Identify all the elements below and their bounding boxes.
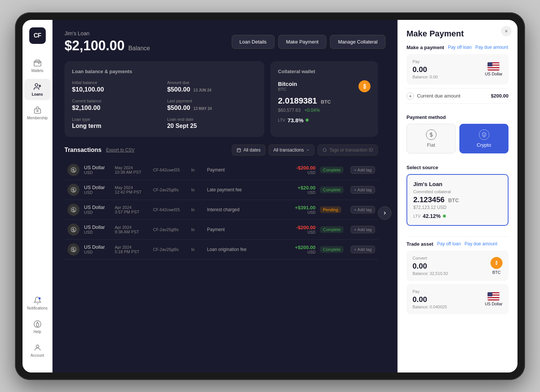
convert-label: Convert xyxy=(412,256,448,260)
fiat-label: Fiat xyxy=(427,142,435,148)
collateral-card-title: Collateral wallet xyxy=(278,69,370,74)
collateral-usd-row: $60,577.63 +0.04% xyxy=(278,107,370,113)
svg-point-4 xyxy=(38,297,40,299)
tx-description: Late payment fee xyxy=(207,187,281,192)
current-balance-value: $2,100.00 xyxy=(72,104,162,112)
notifications-icon xyxy=(33,296,42,305)
crypto-method-btn[interactable]: Crypto xyxy=(459,124,508,153)
collapse-btn[interactable] xyxy=(378,206,392,220)
btc-badge-icon: ₿ xyxy=(490,257,502,269)
pay-box: Pay 0.00 Balance: 0.00 US Dollar xyxy=(406,54,508,84)
due-amount-value: $200.00 xyxy=(491,93,508,99)
tx-description: Payment xyxy=(207,227,281,232)
pay-bottom-balance: Balance: 0.040025 xyxy=(412,305,447,309)
us-flag-bottom-canton xyxy=(488,292,492,297)
type-filter-btn[interactable]: All transactions xyxy=(268,144,315,156)
pay-due-amount-link-1[interactable]: Pay due amount xyxy=(476,45,508,50)
add-tag-btn[interactable]: + Add tag xyxy=(351,186,375,194)
manage-collateral-button[interactable]: Manage Collateral xyxy=(330,35,386,49)
tx-export-btn[interactable]: Export to CSV xyxy=(106,147,135,153)
add-tag-btn[interactable]: + Add tag xyxy=(351,246,375,253)
pay-due-amount-link-2[interactable]: Pay due amount xyxy=(465,241,497,246)
collateral-btc-amount: 2.0189381 BTC xyxy=(278,96,370,106)
pay-bottom-section: Pay 0.00 Balance: 0.040025 xyxy=(412,289,447,309)
fiat-method-btn[interactable]: Fiat xyxy=(406,124,456,153)
pay-off-loan-link-2[interactable]: Pay off loan xyxy=(437,241,461,246)
sidebar-item-notifications[interactable]: Notifications xyxy=(24,293,51,314)
date-filter-btn[interactable]: All dates xyxy=(232,144,266,156)
add-tag-btn[interactable]: + Add tag xyxy=(351,206,375,213)
tx-status: Complete xyxy=(320,186,346,193)
tx-description: Loan origination fee xyxy=(207,247,281,252)
currency-name: US Dollar xyxy=(485,72,502,76)
tx-id: CF-642cwef25 xyxy=(153,207,187,212)
usd-bottom-label: US Dollar xyxy=(485,302,502,306)
tx-filters: All dates All transactions xyxy=(232,144,378,156)
dollar-circle-icon xyxy=(70,246,76,252)
tx-amount: +$20.00 USD xyxy=(285,185,315,195)
make-payment-button[interactable]: Make Payment xyxy=(278,35,327,49)
membership-icon xyxy=(33,106,42,114)
payment-method-section: Payment method Fiat xyxy=(398,114,518,165)
tx-status: Complete xyxy=(320,226,346,233)
btc-coin-icon: ₿ xyxy=(358,80,370,92)
select-source-section: Select source Jim's Loan Committed colla… xyxy=(398,165,518,236)
tx-currency-icon xyxy=(68,243,80,255)
btc-badge-label: BTC xyxy=(492,270,501,275)
add-tag-btn[interactable]: + Add tag xyxy=(351,166,375,174)
loan-balance-label: Balance xyxy=(128,45,150,52)
shield-lock-icon xyxy=(482,132,487,137)
tx-amount: -$200.00 USD xyxy=(285,165,315,175)
sidebar-item-loans[interactable]: Loans xyxy=(24,79,51,100)
loan-details-button[interactable]: Loan Details xyxy=(232,35,274,49)
tx-date: May 2024 10:38 AM PST xyxy=(115,165,148,174)
due-plus-btn[interactable]: + xyxy=(406,92,414,100)
dollar-circle-icon xyxy=(70,187,76,193)
sidebar-item-account[interactable]: Account xyxy=(24,340,51,361)
transactions-section: Transactions Export to CSV All dates xyxy=(64,144,378,365)
tx-currency-info: US Dollar USD xyxy=(84,224,110,234)
payment-methods: Fiat Crypto xyxy=(406,124,508,153)
sidebar-nav: Wallets Loans xyxy=(22,55,52,293)
loan-balance-amount: $2,100.00 xyxy=(64,38,124,54)
balance-grid: Initial balance $10,100.00 Amount due $5… xyxy=(72,80,257,129)
pay-bottom-label: Pay xyxy=(412,289,447,294)
tx-date: May 2024 12:42 PM PST xyxy=(115,185,148,194)
current-balance-item: Current balance $2,100.00 xyxy=(72,99,162,112)
crypto-label: Crypto xyxy=(477,142,491,148)
us-flag-bottom-icon xyxy=(488,292,500,300)
tx-currency-icon xyxy=(68,204,80,216)
pay-off-loan-link-1[interactable]: Pay off loan xyxy=(448,45,471,50)
tx-currency-info: US Dollar USD xyxy=(84,244,110,254)
header-buttons: Loan Details Make Payment Manage Collate… xyxy=(232,35,386,49)
tx-currency-icon xyxy=(68,164,80,176)
amount-due-value: $500.00 13 JUN 24 xyxy=(167,86,257,93)
panel-close-btn[interactable]: × xyxy=(501,26,512,36)
sidebar-item-help[interactable]: Help xyxy=(24,316,51,338)
app-logo: CF xyxy=(29,27,46,44)
pay-section-label: Make a payment Pay off loan Pay due amou… xyxy=(406,45,508,50)
pay-section: Make a payment Pay off loan Pay due amou… xyxy=(398,45,518,114)
loan-type-value: Long term xyxy=(72,123,162,129)
pay-balance: Balance: 0.00 xyxy=(412,75,438,79)
svg-point-13 xyxy=(323,148,326,151)
tablet-frame: CF Wallets xyxy=(15,12,525,380)
source-card[interactable]: Jim's Loan Committed collateral 2.123456… xyxy=(406,174,508,226)
loan-end-item: Loan end date 20 Sept 25 xyxy=(167,117,257,129)
tx-direction: In xyxy=(191,168,202,172)
tx-amount: -$200.00 USD xyxy=(285,225,315,234)
collateral-ltv-row: LTV 73.8% xyxy=(278,117,370,123)
add-tag-btn[interactable]: + Add tag xyxy=(351,226,375,233)
due-amount-row: + Current due amount $200.00 xyxy=(406,88,508,104)
payment-method-label: Payment method xyxy=(406,114,508,120)
dollar-circle-icon xyxy=(70,227,76,233)
dollar-icon xyxy=(429,132,434,137)
loan-end-value: 20 Sept 25 xyxy=(167,123,257,129)
sidebar-item-wallets[interactable]: Wallets xyxy=(24,55,51,77)
source-ltv-dot xyxy=(443,215,446,218)
tx-search[interactable]: Tags or transaction ID xyxy=(318,144,378,156)
tx-status: Complete xyxy=(320,246,346,253)
tx-description: Payment xyxy=(207,167,281,173)
sidebar-item-membership[interactable]: Membership xyxy=(24,102,51,124)
collateral-header: Bitcoin BTC ₿ xyxy=(278,80,370,92)
